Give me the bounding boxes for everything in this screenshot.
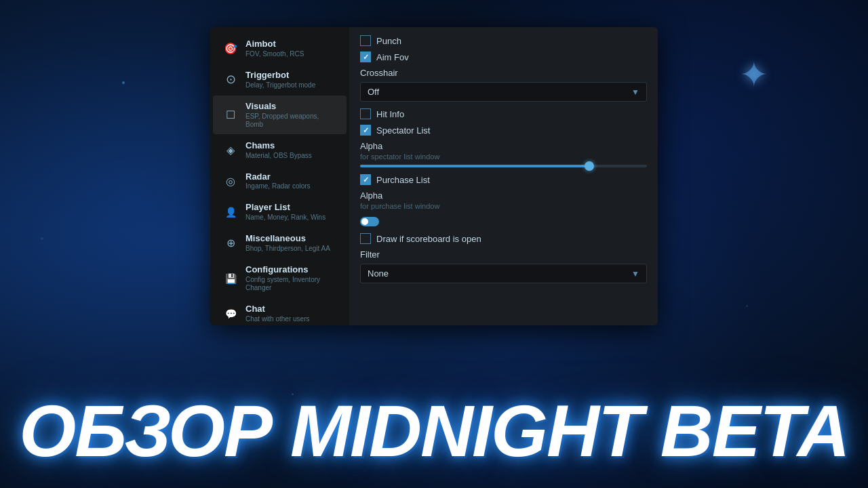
drawscoreboard-label: Draw if scoreboard is open	[376, 234, 481, 244]
spectatorlist-label: Spectator List	[376, 125, 431, 136]
filter-section-label: Filter	[360, 249, 647, 260]
crosshair-section-label: Crosshair	[360, 68, 647, 78]
toggle-knob	[361, 218, 368, 225]
sidebar-item-visuals[interactable]: ☐ Visuals ESP, Dropped weapons, Bomb	[213, 96, 347, 134]
sidebar-sub-aimbot: FOV, Smooth, RCS	[245, 50, 304, 58]
playerlist-icon: 👤	[222, 204, 239, 220]
aimfov-label: Aim Fov	[376, 52, 409, 62]
radar-icon: ◎	[222, 173, 239, 189]
sidebar-text-chams: Chams Material, OBS Bypass	[245, 140, 312, 160]
sidebar-title-aimbot: Aimbot	[245, 39, 304, 50]
particle	[122, 81, 125, 84]
aimbot-icon: 🎯	[222, 40, 239, 56]
sidebar-sub-chat: Chat with other users	[245, 315, 310, 323]
sidebar-sub-radar: Ingame, Radar colors	[245, 182, 311, 190]
spectator-alpha-slider-thumb[interactable]	[585, 161, 594, 171]
sidebar-text-aimbot: Aimbot FOV, Smooth, RCS	[245, 39, 304, 58]
visuals-icon: ☐	[222, 106, 239, 123]
sidebar-item-chams[interactable]: ◈ Chams Material, OBS Bypass	[213, 135, 347, 165]
alpha-purchase-sub: for purchase list window	[360, 202, 647, 210]
filter-dropdown-value: None	[368, 268, 389, 279]
hitinfo-label: Hit Info	[376, 109, 404, 119]
punch-label: Punch	[376, 36, 401, 46]
purchaselist-checkbox[interactable]	[360, 174, 371, 185]
alpha-purchase-container: Alpha for purchase list window	[360, 190, 647, 210]
sidebar-title-chat: Chat	[245, 304, 310, 315]
purchaselist-label: Purchase List	[376, 175, 430, 185]
hitinfo-row: Hit Info	[360, 108, 647, 119]
sidebar-text-triggerbot: Triggerbot Delay, Triggerbot mode	[245, 70, 315, 89]
drawscoreboard-checkbox[interactable]	[360, 233, 371, 244]
chat-icon: 💬	[222, 306, 239, 322]
alpha-purchase-label: Alpha	[360, 190, 647, 201]
sidebar-title-misc: Miscellaneous	[245, 233, 330, 245]
sidebar-sub-visuals: ESP, Dropped weapons, Bomb	[245, 113, 337, 129]
sidebar-item-triggerbot[interactable]: ⊙ Triggerbot Delay, Triggerbot mode	[213, 64, 347, 95]
main-panel: 🎯 Aimbot FOV, Smooth, RCS ⊙ Triggerbot D…	[210, 27, 658, 325]
sidebar-text-chat: Chat Chat with other users	[245, 304, 310, 323]
hitinfo-checkbox[interactable]	[360, 108, 371, 119]
sidebar-title-triggerbot: Triggerbot	[245, 70, 315, 81]
particle	[41, 237, 43, 240]
sidebar-text-playerlist: Player List Name, Money, Rank, Wins	[245, 202, 326, 222]
purchase-alpha-toggle[interactable]	[360, 217, 379, 226]
sidebar-item-playerlist[interactable]: 👤 Player List Name, Money, Rank, Wins	[213, 197, 347, 227]
sidebar-sub-misc: Bhop, Thirdperson, Legit AA	[245, 245, 330, 253]
crosshair-dropdown-arrow-icon: ▼	[631, 87, 639, 97]
sidebar-text-configurations: Configurations Config system, Inventory …	[245, 264, 337, 292]
particle	[746, 305, 748, 307]
crosshair-dropdown-value: Off	[368, 87, 379, 97]
bottom-text-overlay: ОБЗОР MIDNIGHT BETA	[0, 339, 868, 488]
overlay-title: ОБЗОР MIDNIGHT BETA	[19, 394, 849, 468]
sidebar-title-visuals: Visuals	[245, 101, 337, 113]
sidebar-title-playerlist: Player List	[245, 202, 326, 214]
crosshair-dropdown[interactable]: Off ▼	[360, 82, 647, 102]
sidebar: 🎯 Aimbot FOV, Smooth, RCS ⊙ Triggerbot D…	[210, 27, 349, 325]
content-area: Punch Aim Fov Crosshair Off ▼ Hit Info S…	[349, 27, 658, 325]
sidebar-sub-configurations: Config system, Inventory Changer	[245, 276, 337, 292]
configurations-icon: 💾	[222, 270, 239, 287]
chams-icon: ◈	[222, 142, 239, 158]
sidebar-item-chat[interactable]: 💬 Chat Chat with other users	[213, 298, 347, 325]
sidebar-item-radar[interactable]: ◎ Radar Ingame, Radar colors	[213, 166, 347, 197]
alpha-spectator-sub: for spectator list window	[360, 152, 647, 161]
triggerbot-icon: ⊙	[222, 71, 239, 87]
filter-dropdown[interactable]: None ▼	[360, 264, 647, 283]
sidebar-item-configurations[interactable]: 💾 Configurations Config system, Inventor…	[213, 259, 347, 298]
misc-icon: ⊕	[222, 235, 239, 251]
sidebar-title-chams: Chams	[245, 140, 312, 152]
aimfov-checkbox[interactable]	[360, 52, 371, 62]
spectator-alpha-slider-track[interactable]	[360, 165, 647, 167]
purchaselist-row: Purchase List	[360, 174, 647, 185]
punch-checkbox[interactable]	[360, 35, 371, 46]
sidebar-title-radar: Radar	[245, 171, 311, 183]
sidebar-sub-chams: Material, OBS Bypass	[245, 152, 312, 160]
spectatorlist-checkbox[interactable]	[360, 125, 371, 136]
spectatorlist-row: Spectator List	[360, 125, 647, 136]
punch-row: Punch	[360, 35, 647, 46]
aimfov-row: Aim Fov	[360, 52, 647, 62]
sidebar-sub-triggerbot: Delay, Triggerbot mode	[245, 81, 315, 89]
drawscoreboard-row: Draw if scoreboard is open	[360, 233, 647, 244]
alpha-spectator-label: Alpha	[360, 141, 647, 151]
sidebar-item-aimbot[interactable]: 🎯 Aimbot FOV, Smooth, RCS	[213, 33, 347, 64]
sidebar-text-misc: Miscellaneous Bhop, Thirdperson, Legit A…	[245, 233, 330, 253]
sidebar-sub-playerlist: Name, Money, Rank, Wins	[245, 214, 326, 222]
alpha-spectator-container: Alpha for spectator list window	[360, 141, 647, 167]
sidebar-text-visuals: Visuals ESP, Dropped weapons, Bomb	[245, 101, 337, 129]
sidebar-item-misc[interactable]: ⊕ Miscellaneous Bhop, Thirdperson, Legit…	[213, 228, 347, 258]
filter-dropdown-arrow-icon: ▼	[631, 269, 639, 279]
sidebar-text-radar: Radar Ingame, Radar colors	[245, 171, 311, 191]
sidebar-title-configurations: Configurations	[245, 264, 337, 276]
deco-star-icon: ✦	[739, 54, 780, 95]
spectator-alpha-slider-fill	[360, 165, 589, 167]
